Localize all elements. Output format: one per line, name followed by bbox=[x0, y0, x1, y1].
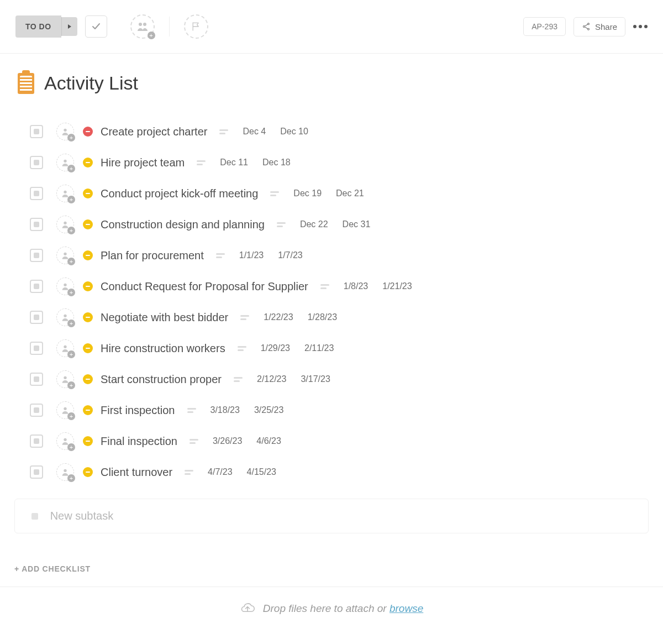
priority-badge[interactable] bbox=[83, 189, 93, 198]
task-row[interactable]: +Final inspection3/26/234/6/23 bbox=[30, 426, 649, 457]
task-title[interactable]: Start construction proper bbox=[101, 373, 222, 386]
start-date[interactable]: Dec 22 bbox=[300, 219, 328, 229]
assignee-button[interactable]: + bbox=[56, 401, 74, 419]
end-date[interactable]: 1/7/23 bbox=[278, 250, 302, 260]
task-title[interactable]: Conduct project kick-off meeting bbox=[101, 187, 258, 200]
task-title[interactable]: Hire construction workers bbox=[101, 342, 225, 355]
task-title[interactable]: Negotiate with best bidder bbox=[101, 311, 228, 324]
dot-icon bbox=[633, 25, 636, 28]
more-menu-button[interactable] bbox=[633, 25, 648, 28]
priority-badge[interactable] bbox=[83, 127, 93, 137]
start-date[interactable]: 1/8/23 bbox=[344, 281, 368, 291]
task-row[interactable]: +Conduct project kick-off meetingDec 19D… bbox=[30, 178, 649, 209]
task-title[interactable]: Client turnover bbox=[101, 466, 172, 479]
priority-badge[interactable] bbox=[83, 250, 93, 260]
end-date[interactable]: Dec 10 bbox=[280, 127, 308, 137]
start-date[interactable]: 3/26/23 bbox=[213, 436, 242, 446]
task-title[interactable]: Conduct Request for Proposal for Supplie… bbox=[101, 280, 308, 293]
status-button[interactable]: TO DO bbox=[15, 15, 61, 38]
task-row[interactable]: +Plan for procurement1/1/231/7/23 bbox=[30, 240, 649, 271]
page-title[interactable]: Activity List bbox=[44, 72, 138, 94]
end-date[interactable]: 4/15/23 bbox=[247, 467, 276, 477]
task-row[interactable]: +First inspection3/18/233/25/23 bbox=[30, 395, 649, 426]
end-date[interactable]: 1/21/23 bbox=[382, 281, 412, 291]
priority-badge[interactable] bbox=[83, 158, 93, 167]
task-row[interactable]: +Client turnover4/7/234/15/23 bbox=[30, 457, 649, 488]
browse-link[interactable]: browse bbox=[390, 603, 423, 614]
task-title[interactable]: First inspection bbox=[101, 404, 175, 417]
assignees-button[interactable]: + bbox=[130, 14, 155, 39]
new-subtask-input[interactable] bbox=[49, 509, 632, 523]
task-row[interactable]: +Construction design and planningDec 22D… bbox=[30, 209, 649, 240]
assignee-button[interactable]: + bbox=[56, 154, 74, 171]
task-checkbox[interactable] bbox=[30, 249, 43, 262]
task-checkbox[interactable] bbox=[30, 342, 43, 355]
assignee-button[interactable]: + bbox=[56, 278, 74, 295]
priority-badge[interactable] bbox=[83, 405, 93, 415]
task-checkbox[interactable] bbox=[30, 156, 43, 169]
priority-badge[interactable] bbox=[83, 281, 93, 291]
task-id-badge[interactable]: AP-293 bbox=[523, 17, 566, 36]
task-title[interactable]: Hire project team bbox=[101, 156, 185, 169]
start-date[interactable]: 2/12/23 bbox=[257, 374, 286, 384]
start-date[interactable]: Dec 4 bbox=[243, 127, 266, 137]
end-date[interactable]: Dec 31 bbox=[343, 219, 371, 229]
start-date[interactable]: 3/18/23 bbox=[211, 405, 240, 415]
status-dropdown-button[interactable] bbox=[61, 17, 77, 36]
task-checkbox[interactable] bbox=[30, 187, 43, 200]
end-date[interactable]: 2/11/23 bbox=[304, 343, 334, 353]
add-checklist-button[interactable]: + ADD CHECKLIST bbox=[0, 533, 663, 587]
assignee-button[interactable]: + bbox=[56, 339, 74, 357]
task-row[interactable]: +Create project charterDec 4Dec 10 bbox=[30, 116, 649, 147]
assignee-button[interactable]: + bbox=[56, 216, 74, 233]
task-checkbox[interactable] bbox=[30, 125, 43, 138]
task-checkbox[interactable] bbox=[30, 434, 43, 448]
end-date[interactable]: 4/6/23 bbox=[256, 436, 281, 446]
task-checkbox[interactable] bbox=[30, 404, 43, 417]
start-date[interactable]: 1/22/23 bbox=[264, 312, 293, 322]
task-checkbox[interactable] bbox=[30, 280, 43, 293]
task-checkbox[interactable] bbox=[30, 218, 43, 231]
task-title[interactable]: Final inspection bbox=[101, 435, 177, 448]
end-date[interactable]: 3/17/23 bbox=[301, 374, 330, 384]
task-row[interactable]: +Conduct Request for Proposal for Suppli… bbox=[30, 271, 649, 302]
task-title[interactable]: Plan for procurement bbox=[101, 249, 204, 262]
start-date[interactable]: Dec 19 bbox=[293, 189, 322, 198]
new-subtask-row[interactable] bbox=[14, 499, 649, 533]
mark-complete-button[interactable] bbox=[85, 15, 107, 38]
assignee-button[interactable]: + bbox=[56, 247, 74, 264]
priority-flag-button[interactable] bbox=[184, 14, 208, 39]
task-row[interactable]: +Hire construction workers1/29/232/11/23 bbox=[30, 333, 649, 364]
task-row[interactable]: +Start construction proper2/12/233/17/23 bbox=[30, 364, 649, 395]
assignee-button[interactable]: + bbox=[56, 432, 74, 450]
priority-badge[interactable] bbox=[83, 312, 93, 322]
assignee-button[interactable]: + bbox=[56, 463, 74, 481]
assignee-button[interactable]: + bbox=[56, 185, 74, 202]
start-date[interactable]: 1/29/23 bbox=[261, 343, 290, 353]
priority-badge[interactable] bbox=[83, 436, 93, 446]
end-date[interactable]: Dec 18 bbox=[262, 158, 291, 167]
task-row[interactable]: +Hire project teamDec 11Dec 18 bbox=[30, 147, 649, 178]
task-checkbox[interactable] bbox=[30, 465, 43, 479]
description-icon bbox=[216, 253, 225, 258]
start-date[interactable]: 1/1/23 bbox=[239, 250, 264, 260]
end-date[interactable]: 3/25/23 bbox=[254, 405, 283, 415]
priority-badge[interactable] bbox=[83, 467, 93, 477]
task-row[interactable]: +Negotiate with best bidder1/22/231/28/2… bbox=[30, 302, 649, 333]
task-title[interactable]: Construction design and planning bbox=[101, 218, 265, 231]
task-title[interactable]: Create project charter bbox=[101, 125, 207, 138]
priority-badge[interactable] bbox=[83, 219, 93, 229]
end-date[interactable]: Dec 21 bbox=[336, 189, 364, 198]
start-date[interactable]: Dec 11 bbox=[220, 158, 248, 167]
priority-badge[interactable] bbox=[83, 374, 93, 384]
assignee-button[interactable]: + bbox=[56, 308, 74, 326]
priority-badge[interactable] bbox=[83, 343, 93, 353]
assignee-button[interactable]: + bbox=[56, 370, 74, 388]
start-date[interactable]: 4/7/23 bbox=[208, 467, 232, 477]
task-checkbox[interactable] bbox=[30, 311, 43, 324]
attachment-dropzone[interactable]: Drop files here to attach or browse bbox=[0, 587, 663, 630]
end-date[interactable]: 1/28/23 bbox=[308, 312, 337, 322]
task-checkbox[interactable] bbox=[30, 373, 43, 386]
assignee-button[interactable]: + bbox=[56, 123, 74, 140]
share-button[interactable]: Share bbox=[573, 17, 625, 36]
